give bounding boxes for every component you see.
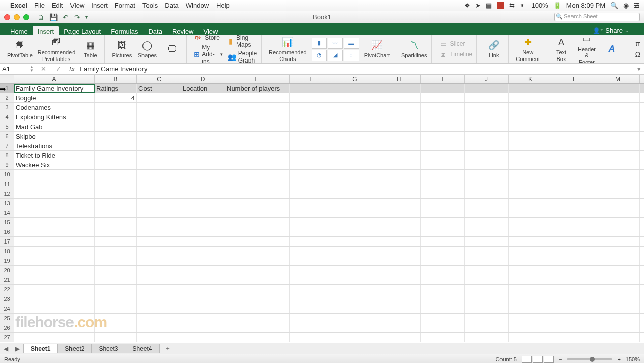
cell-F23[interactable]	[290, 294, 333, 304]
cell-I16[interactable]	[421, 227, 465, 236]
cell-I18[interactable]	[421, 247, 465, 256]
cell-C9[interactable]	[137, 160, 181, 169]
cell-L18[interactable]	[552, 247, 596, 256]
cell-I15[interactable]	[421, 218, 465, 227]
cell-E16[interactable]	[225, 227, 290, 236]
cell-J23[interactable]	[465, 294, 509, 304]
cell-K26[interactable]	[509, 323, 552, 332]
cell-K11[interactable]	[509, 179, 552, 189]
cell-D21[interactable]	[181, 275, 225, 284]
cell-B9[interactable]	[95, 160, 137, 169]
cell-I23[interactable]	[421, 294, 465, 304]
cell-I14[interactable]	[421, 208, 465, 217]
row-header-13[interactable]: 13	[0, 199, 14, 208]
cell-K19[interactable]	[509, 256, 552, 265]
cell-F11[interactable]	[290, 179, 333, 189]
pivottable-button[interactable]: 🗊PivotTable	[7, 39, 33, 58]
cell-J14[interactable]	[465, 208, 509, 217]
cell-H15[interactable]	[377, 218, 421, 227]
cell-K1[interactable]	[509, 84, 552, 93]
zoom-in-button[interactable]: +	[617, 356, 620, 362]
siri-icon[interactable]: ◉	[623, 2, 629, 9]
cell-A19[interactable]	[14, 256, 95, 265]
sync-icon[interactable]: ⇆	[509, 2, 515, 9]
cell-D9[interactable]	[181, 160, 225, 169]
row-header-12[interactable]: 12	[0, 189, 14, 198]
cell-D22[interactable]	[181, 285, 225, 294]
cell-I27[interactable]	[421, 333, 465, 342]
cell-A3[interactable]: Codenames	[14, 103, 95, 112]
cell-F17[interactable]	[290, 237, 333, 246]
cell-J9[interactable]	[465, 160, 509, 169]
cell-B6[interactable]	[95, 132, 137, 141]
wordart-button[interactable]: A	[602, 43, 622, 55]
cell-D15[interactable]	[181, 218, 225, 227]
app-name[interactable]: Excel	[10, 2, 27, 9]
cell-A27[interactable]	[14, 333, 95, 342]
cell-F2[interactable]	[290, 93, 333, 102]
cell-M22[interactable]	[596, 285, 640, 294]
cell-C19[interactable]	[137, 256, 181, 265]
cell-M17[interactable]	[596, 237, 640, 246]
bing-maps-button[interactable]: ▮Bing Maps	[228, 35, 257, 48]
cell-L9[interactable]	[552, 160, 596, 169]
cell-B18[interactable]	[95, 247, 137, 256]
cell-A1[interactable]: Family Game Inventory	[14, 84, 95, 93]
cell-F13[interactable]	[290, 199, 333, 208]
cell-K6[interactable]	[509, 132, 552, 141]
cell-D10[interactable]	[181, 170, 225, 179]
cell-J7[interactable]	[465, 141, 509, 150]
col-header-G[interactable]: G	[333, 75, 377, 83]
cell-A2[interactable]: Boggle	[14, 93, 95, 102]
cell-C14[interactable]	[137, 208, 181, 217]
cell-J21[interactable]	[465, 275, 509, 284]
row-header-27[interactable]: 27	[0, 333, 14, 342]
cell-C16[interactable]	[137, 227, 181, 236]
close-button[interactable]	[4, 14, 10, 20]
zoom-out-button[interactable]: −	[559, 356, 562, 362]
cell-J15[interactable]	[465, 218, 509, 227]
cell-D20[interactable]	[181, 266, 225, 275]
undo-icon[interactable]: ↶	[63, 13, 69, 21]
cell-H8[interactable]	[377, 151, 421, 160]
cell-J8[interactable]	[465, 151, 509, 160]
cell-B15[interactable]	[95, 218, 137, 227]
cell-G12[interactable]	[333, 189, 377, 198]
cell-I20[interactable]	[421, 266, 465, 275]
formula-input[interactable]: Family Game Inventory	[78, 65, 634, 73]
cell-B7[interactable]	[95, 141, 137, 150]
cell-A15[interactable]	[14, 218, 95, 227]
cell-M25[interactable]	[596, 314, 640, 323]
cell-B8[interactable]	[95, 151, 137, 160]
chart-line-icon[interactable]: 〰	[328, 38, 343, 49]
sheet-prev-icon[interactable]: ◀	[4, 345, 8, 352]
cell-M19[interactable]	[596, 256, 640, 265]
row-header-22[interactable]: 22	[0, 285, 14, 294]
cell-F4[interactable]	[290, 112, 333, 122]
cell-I7[interactable]	[421, 141, 465, 150]
cell-F12[interactable]	[290, 189, 333, 198]
cell-I8[interactable]	[421, 151, 465, 160]
cell-F7[interactable]	[290, 141, 333, 150]
cell-L3[interactable]	[552, 103, 596, 112]
cell-E18[interactable]	[225, 247, 290, 256]
cell-L12[interactable]	[552, 189, 596, 198]
cell-C7[interactable]	[137, 141, 181, 150]
cell-C10[interactable]	[137, 170, 181, 179]
cell-L26[interactable]	[552, 323, 596, 332]
chart-col-icon[interactable]: ▮	[312, 38, 327, 49]
cell-F6[interactable]	[290, 132, 333, 141]
cell-C23[interactable]	[137, 294, 181, 304]
cell-E21[interactable]	[225, 275, 290, 284]
cell-F24[interactable]	[290, 304, 333, 313]
cell-M2[interactable]	[596, 93, 640, 102]
row-header-17[interactable]: 17	[0, 237, 14, 246]
cell-B16[interactable]	[95, 227, 137, 236]
cell-F22[interactable]	[290, 285, 333, 294]
cell-C24[interactable]	[137, 304, 181, 313]
cell-C15[interactable]	[137, 218, 181, 227]
cell-D7[interactable]	[181, 141, 225, 150]
cell-L13[interactable]	[552, 199, 596, 208]
cell-M15[interactable]	[596, 218, 640, 227]
cell-H14[interactable]	[377, 208, 421, 217]
